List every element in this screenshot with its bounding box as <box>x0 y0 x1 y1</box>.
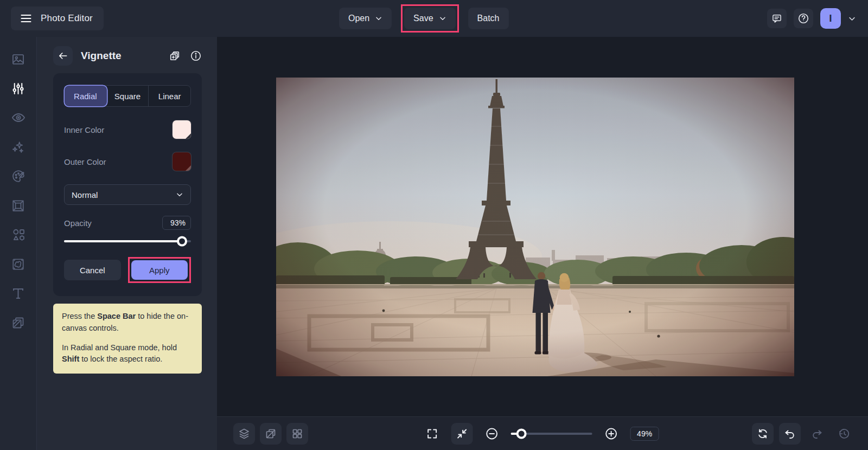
info-button[interactable] <box>190 50 202 62</box>
app-title: Photo Editor <box>41 13 93 24</box>
opacity-row: Opacity 93% <box>64 216 191 230</box>
main-menu-button[interactable]: Photo Editor <box>11 7 104 30</box>
tab-square[interactable]: Square <box>107 86 149 106</box>
layers-button[interactable] <box>233 423 255 445</box>
opacity-value[interactable]: 93% <box>162 216 191 230</box>
open-button-label: Open <box>348 14 369 23</box>
open-button[interactable]: Open <box>339 8 392 29</box>
chat-bubble-icon <box>771 13 782 24</box>
outer-color-row: Outer Color <box>64 152 191 171</box>
sidebar-item-photo-manager[interactable] <box>0 44 37 74</box>
swatch-fold-corner <box>185 165 191 171</box>
history-clock-icon <box>838 427 851 440</box>
outer-color-swatch[interactable] <box>173 152 191 171</box>
inner-color-label: Inner Color <box>64 125 104 134</box>
zoom-in-button[interactable] <box>601 423 622 445</box>
templates-grid-button[interactable] <box>286 423 308 445</box>
account-chevron-down-icon[interactable] <box>848 15 856 23</box>
sidebar-item-text[interactable] <box>0 279 37 308</box>
cancel-button-label: Cancel <box>80 266 105 275</box>
tab-linear[interactable]: Linear <box>149 86 190 106</box>
inner-color-row: Inner Color <box>64 120 191 139</box>
blend-mode-select[interactable]: Normal <box>64 184 191 205</box>
sidebar-item-graphics[interactable] <box>0 220 37 249</box>
zoom-percent-value[interactable]: 49% <box>630 427 659 441</box>
vignette-panel: Vignette Radial <box>37 37 217 450</box>
canvas-image[interactable] <box>276 78 794 376</box>
fit-to-screen-button[interactable] <box>451 423 473 445</box>
compare-icon <box>264 427 277 440</box>
photo-editor-app: Photo Editor Open Save Batch <box>0 0 868 450</box>
redo-button[interactable] <box>806 423 828 445</box>
inner-color-swatch[interactable] <box>173 120 191 139</box>
layers-stack-icon <box>238 427 251 440</box>
panel-header: Vignette <box>37 37 217 66</box>
minus-circle-icon <box>485 427 499 441</box>
undo-button[interactable] <box>779 423 801 445</box>
zoom-controls: 49% <box>422 423 659 445</box>
sidebar-item-effects[interactable] <box>0 132 37 162</box>
help-button[interactable] <box>794 9 813 28</box>
outer-color-label: Outer Color <box>64 157 106 166</box>
top-bar: Photo Editor Open Save Batch <box>0 0 868 37</box>
canvas-workspace <box>217 37 868 416</box>
fullscreen-button[interactable] <box>422 423 443 445</box>
plus-circle-icon <box>604 427 618 441</box>
zoom-out-button[interactable] <box>481 423 503 445</box>
cancel-button[interactable]: Cancel <box>64 260 121 280</box>
tab-radial[interactable]: Radial <box>65 86 107 106</box>
chevron-down-icon <box>375 15 382 22</box>
question-mark-icon <box>797 12 809 24</box>
bottom-bar: 49% <box>217 416 868 450</box>
tip-line-1: Press the Space Bar to hide the on-canva… <box>62 311 193 335</box>
sidebar-item-artsy[interactable] <box>0 162 37 191</box>
batch-button[interactable]: Batch <box>468 8 509 29</box>
sidebar-item-edit[interactable] <box>0 74 37 103</box>
file-actions: Open Save Batch <box>339 0 509 37</box>
save-highlight-annotation: Save <box>401 4 458 33</box>
opacity-slider-thumb[interactable] <box>177 236 187 247</box>
image-icon <box>11 52 25 67</box>
collapse-icon <box>456 427 469 440</box>
sidebar-item-frames[interactable] <box>0 191 37 220</box>
before-after-button[interactable] <box>260 423 282 445</box>
tip-note: Press the Space Bar to hide the on-canva… <box>53 304 202 374</box>
avatar-initial: I <box>829 12 832 24</box>
palette-icon <box>11 169 26 184</box>
tab-radial-label: Radial <box>74 92 97 101</box>
tip-line-2: In Radial and Square mode, hold Shift to… <box>62 342 193 366</box>
overlap-layers-icon <box>11 316 25 330</box>
batch-button-label: Batch <box>477 14 500 23</box>
sidebar-item-layers[interactable] <box>0 308 37 337</box>
zoom-slider-fill <box>511 433 522 435</box>
apply-button[interactable]: Apply <box>131 260 188 280</box>
back-button[interactable] <box>53 46 73 66</box>
reset-button[interactable] <box>752 423 774 445</box>
duplicate-preset-button[interactable] <box>169 50 181 62</box>
panel-title: Vignette <box>81 50 159 62</box>
sliders-icon <box>11 81 25 96</box>
save-button-label: Save <box>413 14 433 23</box>
user-avatar[interactable]: I <box>820 8 841 29</box>
bottom-left-tools <box>233 423 308 445</box>
arrow-left-icon <box>58 50 68 61</box>
text-icon <box>11 286 25 301</box>
save-button[interactable]: Save <box>404 8 455 29</box>
undo-icon <box>783 427 796 440</box>
sidebar-item-touch-up[interactable] <box>0 103 37 132</box>
chevron-down-icon <box>176 191 183 198</box>
texture-icon <box>11 257 25 272</box>
redo-icon <box>810 427 824 440</box>
expand-icon <box>426 427 439 440</box>
sparkles-icon <box>11 139 26 155</box>
feedback-button[interactable] <box>767 9 787 28</box>
opacity-slider[interactable] <box>64 240 191 242</box>
top-right-controls: I <box>767 0 856 37</box>
history-button[interactable] <box>833 423 855 445</box>
blend-mode-value: Normal <box>72 190 98 200</box>
sidebar-item-textures[interactable] <box>0 249 37 279</box>
zoom-slider[interactable] <box>511 433 592 435</box>
shapes-icon <box>11 227 26 242</box>
zoom-slider-thumb[interactable] <box>516 429 526 439</box>
opacity-label: Opacity <box>64 218 92 228</box>
